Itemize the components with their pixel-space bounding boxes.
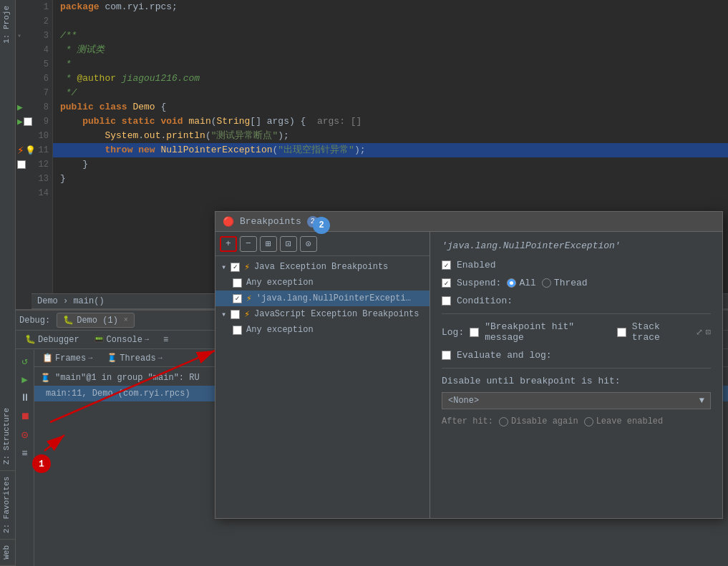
suspend-all-option[interactable]: All	[507, 278, 535, 288]
disable-dropdown: <None> ▼	[442, 392, 711, 409]
disable-again-option[interactable]: Disable again	[499, 416, 578, 426]
enabled-checkbox[interactable]	[442, 260, 451, 270]
copy-button[interactable]: ⊞	[260, 236, 277, 252]
gutter-line-9: ▶ 9	[16, 114, 52, 129]
vertical-tabs: 1: Proje Z: Structure 2: Favorites Web	[0, 0, 16, 566]
code-line-7: */	[53, 86, 728, 100]
gutter-line-12: 12	[16, 157, 52, 172]
any-exception-item-js[interactable]: Any exception	[215, 322, 429, 338]
editor-gutter: 1 2 ▾ 3 4 5 6	[16, 0, 53, 309]
sidebar-tab-web[interactable]: Web	[0, 540, 15, 566]
code-line-1: package com.ryi.rpcs;	[53, 0, 728, 14]
code-line-6: * @author jiagou1216.com	[53, 72, 728, 86]
debug-tab[interactable]: 🐛 Demo (1) ×	[57, 313, 135, 328]
code-line-14	[53, 186, 728, 200]
suspend-all-radio[interactable]	[507, 278, 516, 288]
gutter-line-5: 5	[16, 57, 52, 72]
console-label: Console	[107, 335, 142, 345]
any-exception-checkbox-java[interactable]	[233, 278, 242, 288]
breakpoints-dialog: 🔴 Breakpoints 2 + − ⊞ ⊡ ⊙ ▾ ⚡ Java Excep…	[215, 211, 723, 519]
any-exception-checkbox-js[interactable]	[233, 326, 242, 335]
log-stacktrace-checkbox[interactable]	[617, 328, 626, 337]
add-breakpoint-button[interactable]: +	[220, 236, 237, 252]
leave-enabled-radio[interactable]	[584, 417, 593, 426]
after-hit-label: After hit:	[442, 416, 493, 426]
frames-icon: 📋	[42, 353, 53, 363]
any-exception-label-js: Any exception	[246, 325, 314, 335]
collapse-icon[interactable]: ⊡	[706, 327, 711, 338]
condition-checkbox[interactable]	[442, 296, 451, 306]
code-line-3: /**	[53, 29, 728, 43]
fold-icon[interactable]: ▾	[17, 31, 21, 40]
sidebar-tab-project[interactable]: 1: Proje	[0, 0, 15, 49]
lightbulb-icon: 💡	[25, 145, 36, 156]
suspend-thread-label: Thread	[554, 278, 588, 288]
disable-again-radio[interactable]	[499, 417, 508, 426]
nullpointer-checkbox[interactable]	[233, 294, 242, 303]
settings-button[interactable]: ≡	[18, 447, 32, 461]
threads-icon: 🧵	[107, 353, 117, 363]
evaluate-checkbox[interactable]	[442, 351, 451, 360]
js-exception-checkbox[interactable]	[230, 310, 240, 319]
none-dropdown[interactable]: <None> ▼	[442, 392, 711, 409]
bp-checkbox-9[interactable]	[24, 117, 32, 126]
leave-enabled-option[interactable]: Leave enabled	[584, 416, 664, 426]
debug-action-buttons: ↺ ▶ ⏸ ⏹ ⊙ ≡	[16, 350, 34, 566]
code-line-2	[53, 14, 728, 29]
badge-1: 1	[32, 454, 51, 473]
rerun-button[interactable]: ↺	[18, 353, 32, 368]
after-hit-row: After hit: Disable again Leave enabled	[442, 416, 711, 426]
tab-menu[interactable]: ≡	[157, 333, 174, 346]
dialog-left-panel: + − ⊞ ⊡ ⊙ ▾ ⚡ Java Exception Breakpoints…	[215, 232, 430, 518]
pause-button[interactable]: ⏸	[18, 391, 32, 405]
gutter-line-3: ▾ 3	[16, 29, 52, 43]
tab-debugger[interactable]: 🐛 Debugger	[19, 333, 85, 346]
threads-tab[interactable]: 🧵 Threads →	[102, 351, 166, 365]
gutter-line-7: 7	[16, 86, 52, 100]
js-exception-group[interactable]: ▾ ⚡ JavaScript Exception Breakpoints	[215, 306, 429, 322]
code-line-4: * 测试类	[53, 43, 728, 57]
frames-tab[interactable]: 📋 Frames →	[38, 351, 97, 365]
any-exception-item-java[interactable]: Any exception	[215, 275, 429, 291]
log-label: Log:	[442, 327, 464, 338]
dialog-body: + − ⊞ ⊡ ⊙ ▾ ⚡ Java Exception Breakpoints…	[215, 232, 722, 518]
sidebar-tab-structure[interactable]: Z: Structure	[0, 402, 15, 471]
java-exception-group[interactable]: ▾ ⚡ Java Exception Breakpoints	[215, 259, 429, 275]
expand-arrow: ▾	[221, 262, 226, 273]
dialog-icon: 🔴	[223, 216, 234, 228]
suspend-thread-radio[interactable]	[542, 278, 551, 288]
stop-button[interactable]: ⏹	[18, 409, 32, 424]
suspend-checkbox[interactable]	[442, 278, 451, 288]
sidebar-tab-favorites[interactable]: 2: Favorites	[0, 471, 15, 540]
bp-name-title: 'java.lang.NullPointerException'	[442, 240, 711, 251]
frame-label: main:11, Demo (com.ryi.rpcs)	[46, 389, 190, 399]
divider-1	[442, 313, 711, 314]
code-line-13: }	[53, 172, 728, 186]
close-icon[interactable]: ×	[124, 316, 128, 324]
gutter-line-1: 1	[16, 0, 52, 14]
js-exception-label: JavaScript Exception Breakpoints	[254, 309, 419, 319]
log-message-checkbox[interactable]	[470, 328, 479, 337]
disable-until-label: Disable until breakpoint is hit:	[442, 376, 711, 386]
suspend-thread-option[interactable]: Thread	[542, 278, 588, 288]
gutter-line-13: 13	[16, 172, 52, 186]
nullpointer-label: 'java.lang.NullPointerException'	[256, 293, 412, 303]
disable-again-label: Disable again	[511, 416, 578, 426]
dropdown-value: <None>	[448, 396, 479, 406]
tab-console[interactable]: 📟 Console →	[88, 333, 155, 346]
remove-breakpoint-button[interactable]: −	[240, 236, 257, 252]
export-button[interactable]: ⊡	[280, 236, 297, 252]
run-arrow-9: ▶	[17, 116, 23, 127]
java-exception-checkbox[interactable]	[230, 263, 240, 272]
frames-label: Frames	[55, 353, 86, 363]
expand-icon[interactable]: ⤢	[696, 327, 703, 338]
condition-option: Condition:	[442, 296, 711, 306]
expand-arrow-js: ▾	[221, 309, 226, 320]
gutter-line-11: ⚡ 💡 11	[16, 143, 52, 157]
mute-breakpoints-button[interactable]: ⊙	[18, 428, 32, 442]
nullpointer-item[interactable]: ⚡ 'java.lang.NullPointerException'	[215, 291, 429, 306]
bp-checkbox-12[interactable]	[17, 160, 26, 169]
resume-button[interactable]: ▶	[18, 372, 32, 386]
condition-label: Condition:	[457, 296, 513, 306]
properties-button[interactable]: ⊙	[300, 236, 317, 252]
